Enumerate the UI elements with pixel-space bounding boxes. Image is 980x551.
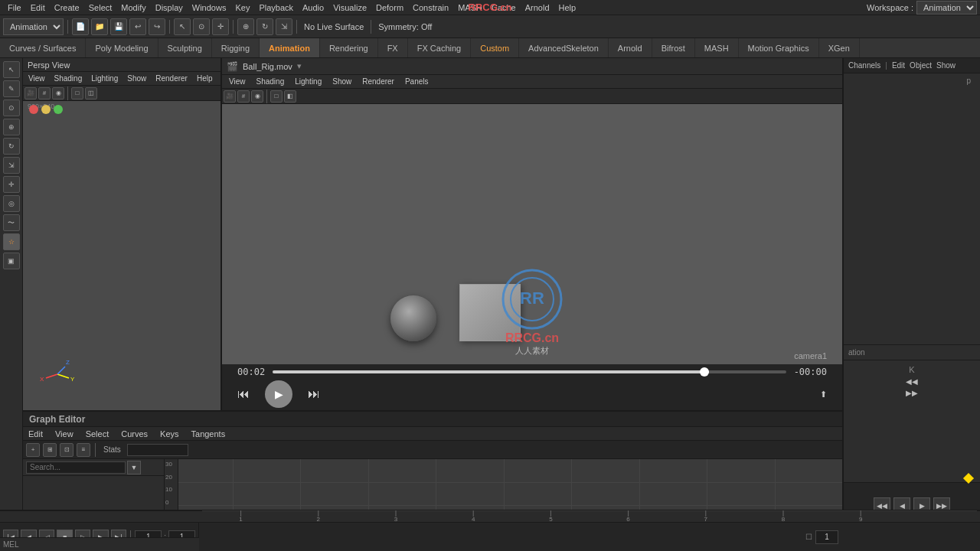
ge-menu-select[interactable]: Select [83, 429, 112, 439]
sidebar-icon-bottom[interactable]: ▣ [3, 253, 20, 269]
tl-frame-field[interactable]: 1 [815, 530, 838, 544]
tab-rendering[interactable]: Rendering [320, 38, 378, 57]
ge-stats-input[interactable] [127, 444, 188, 456]
channels-show[interactable]: Show [936, 61, 956, 70]
lv-menu-renderer[interactable]: Renderer [153, 74, 190, 83]
tab-advanced-skeleton[interactable]: AdvancedSkeleton [519, 38, 609, 57]
animation-mode-dropdown[interactable]: Animation [3, 18, 64, 35]
close-window-btn[interactable] [29, 105, 38, 114]
lv-menu-shading[interactable]: Shading [52, 74, 85, 83]
rv-canvas[interactable]: RR RRCG.cn 人人素材 camera1 00:02 [222, 104, 842, 410]
move-btn[interactable]: ⊕ [237, 18, 254, 35]
lasso-btn[interactable]: ⊙ [193, 18, 210, 35]
maximize-window-btn[interactable] [54, 105, 63, 114]
progress-handle[interactable] [700, 367, 709, 377]
progress-bar-background[interactable] [273, 370, 786, 373]
sidebar-rotate-tool[interactable]: ↻ [3, 138, 20, 155]
rp-nav-left[interactable]: ◀◀ [903, 376, 921, 387]
minimize-window-btn[interactable] [41, 105, 51, 114]
channels-edit[interactable]: Edit [892, 61, 905, 70]
ge-menu-view[interactable]: View [53, 429, 76, 439]
rv-menu-shading[interactable]: Shading [254, 77, 287, 86]
tab-poly-modeling[interactable]: Poly Modeling [86, 38, 158, 57]
menu-visualize[interactable]: Visualize [328, 2, 371, 14]
channels-label[interactable]: Channels [848, 61, 880, 70]
ge-fit-btn[interactable]: ⊡ [60, 443, 74, 457]
tab-curves-surfaces[interactable]: Curves / Surfaces [0, 38, 86, 57]
rv-menu-renderer[interactable]: Renderer [360, 77, 397, 86]
sidebar-soft-mod-tool[interactable]: 〜 [3, 214, 20, 231]
lv-menu-help[interactable]: Help [194, 74, 215, 83]
tab-custom[interactable]: Custom [471, 38, 519, 57]
left-vp-canvas[interactable]: 960×540 Y Z X [23, 101, 220, 410]
ge-filter-btn[interactable]: ▼ [127, 461, 141, 474]
workspace-select[interactable]: Animation [916, 1, 977, 15]
channels-object[interactable]: Object [910, 61, 932, 70]
lv-menu-lighting[interactable]: Lighting [89, 74, 120, 83]
menu-audio[interactable]: Audio [298, 2, 328, 14]
sidebar-rig-tool[interactable]: ☆ [3, 233, 20, 250]
sidebar-select-tool[interactable]: ↖ [3, 61, 20, 78]
lv-grid-btn[interactable]: # [38, 87, 51, 99]
lv-menu-show[interactable]: Show [125, 74, 149, 83]
rv-grid-btn[interactable]: # [237, 90, 250, 103]
tl-ruler[interactable]: 1 2 3 4 5 6 7 8 9 [202, 511, 977, 522]
menu-file[interactable]: File [3, 2, 26, 14]
transform-btn[interactable]: ✛ [212, 18, 229, 35]
menu-constrain[interactable]: Constrain [408, 2, 453, 14]
rv-dropdown-icon[interactable]: ▾ [297, 61, 302, 71]
rv-cam-btn[interactable]: 🎥 [224, 90, 236, 103]
undo-btn[interactable]: ↩ [129, 18, 146, 35]
ge-add-key-btn[interactable]: + [26, 443, 40, 457]
lv-render-btn[interactable]: ◉ [52, 87, 64, 99]
menu-modify[interactable]: Modify [116, 2, 150, 14]
menu-select[interactable]: Select [84, 2, 117, 14]
menu-help[interactable]: Help [554, 2, 581, 14]
rv-menu-panels[interactable]: Panels [403, 77, 431, 86]
tab-bifrost[interactable]: Bifrost [652, 38, 695, 57]
select-tool-btn[interactable]: ↖ [174, 18, 191, 35]
rv-menu-lighting[interactable]: Lighting [292, 77, 324, 86]
redo-btn[interactable]: ↪ [149, 18, 165, 35]
rv-texture-btn[interactable]: ◧ [284, 90, 296, 103]
menu-create[interactable]: Create [50, 2, 84, 14]
tab-arnold[interactable]: Arnold [609, 38, 652, 57]
sidebar-paint-tool[interactable]: ✎ [3, 80, 20, 97]
share-btn[interactable]: ⬆ [820, 390, 827, 399]
tab-mash[interactable]: MASH [695, 38, 739, 57]
rv-wireframe-btn[interactable]: □ [270, 90, 283, 103]
scale-btn[interactable]: ⇲ [276, 18, 292, 35]
ge-search-input[interactable] [26, 461, 126, 474]
menu-display[interactable]: Display [151, 2, 188, 14]
tab-rigging[interactable]: Rigging [212, 38, 260, 57]
rv-render-btn[interactable]: ◉ [251, 90, 263, 103]
menu-windows[interactable]: Windows [188, 2, 231, 14]
ge-menu-edit[interactable]: Edit [26, 429, 45, 439]
menu-deform[interactable]: Deform [371, 2, 408, 14]
menu-arnold[interactable]: Arnold [521, 2, 554, 14]
ge-frame-btn[interactable]: ⊞ [43, 443, 57, 457]
rewind-btn[interactable]: ⏮ [237, 387, 250, 401]
sidebar-transform-tool[interactable]: ✛ [3, 176, 20, 193]
tab-sculpting[interactable]: Sculpting [158, 38, 212, 57]
save-scene-btn[interactable]: 💾 [110, 18, 127, 35]
ge-stack-btn[interactable]: ≡ [77, 443, 90, 457]
tab-xgen[interactable]: XGen [819, 38, 860, 57]
menu-key[interactable]: Key [230, 2, 254, 14]
sidebar-scale-tool[interactable]: ⇲ [3, 157, 20, 174]
lv-camera-btn[interactable]: 🎥 [24, 87, 37, 99]
tab-motion-graphics[interactable]: Motion Graphics [739, 38, 819, 57]
tab-fx-caching[interactable]: FX Caching [408, 38, 471, 57]
tab-animation[interactable]: Animation [260, 38, 320, 57]
lv-wireframe-btn[interactable]: □ [71, 87, 83, 99]
menu-playback[interactable]: Playback [254, 2, 298, 14]
sidebar-move-tool[interactable]: ⊕ [3, 119, 20, 135]
rv-menu-show[interactable]: Show [330, 77, 354, 86]
tab-fx[interactable]: FX [378, 38, 408, 57]
sidebar-lasso-tool[interactable]: ⊙ [3, 99, 20, 116]
rp-nav-right[interactable]: ▶▶ [903, 387, 921, 399]
rotate-btn[interactable]: ↻ [256, 18, 273, 35]
ge-menu-keys[interactable]: Keys [158, 429, 181, 439]
lv-smooth-btn[interactable]: ◫ [85, 87, 97, 99]
rv-menu-view[interactable]: View [227, 77, 248, 86]
